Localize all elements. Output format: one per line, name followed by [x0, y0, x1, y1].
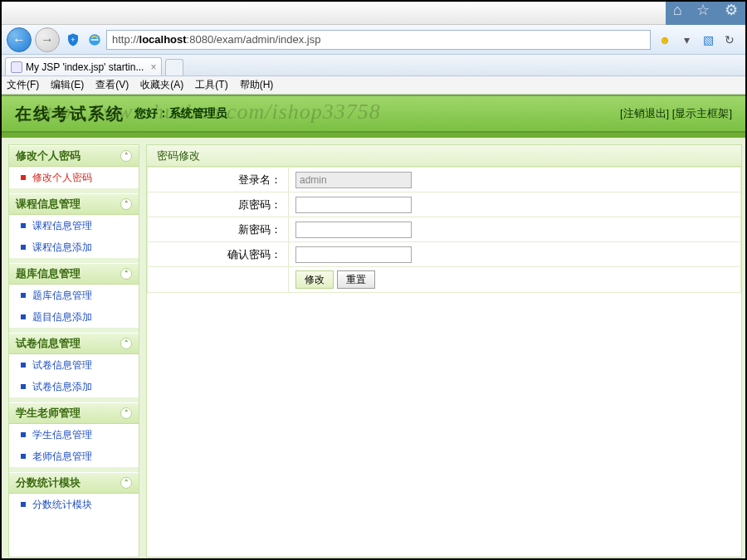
photo-icon[interactable]: ▧: [701, 32, 715, 47]
sidebar-item[interactable]: 学生信息管理: [9, 424, 139, 446]
sidebar-item[interactable]: 课程信息管理: [9, 215, 139, 236]
svg-text:+: +: [71, 36, 75, 44]
new-password-input[interactable]: [295, 222, 412, 238]
menu-help[interactable]: 帮助(H): [240, 78, 274, 92]
main-panel: 密码修改 登录名： 原密码： 新密码： 确认密码：: [146, 144, 742, 558]
collapse-icon[interactable]: ˄: [120, 407, 132, 419]
old-password-label: 原密码：: [148, 192, 289, 217]
tab-close-icon[interactable]: ×: [150, 61, 156, 73]
new-password-label: 新密码：: [148, 217, 289, 242]
sidebar-group-title: 修改个人密码: [16, 149, 81, 163]
browser-tabbar: My JSP 'index.jsp' startin... ×: [2, 55, 745, 76]
collapse-icon[interactable]: ˄: [120, 477, 132, 489]
menu-tools[interactable]: 工具(T): [195, 78, 227, 92]
tab-favicon-icon: [11, 61, 22, 73]
browser-menubar: 文件(F) 编辑(E) 查看(V) 收藏夹(A) 工具(T) 帮助(H): [2, 76, 745, 95]
back-button[interactable]: ←: [7, 27, 32, 52]
greeting: 您好：系统管理员: [134, 106, 227, 121]
security-shield-icon[interactable]: +: [63, 30, 83, 50]
sidebar-item[interactable]: 课程信息添加: [9, 236, 139, 258]
forward-button[interactable]: →: [35, 27, 60, 52]
confirm-password-input[interactable]: [295, 246, 412, 263]
sidebar-item-label: 修改个人密码: [32, 171, 92, 185]
app-root: 在线考试系统 您好：系统管理员 [注销退出] [显示主框架] https://w…: [2, 95, 745, 560]
sidebar-group-header[interactable]: 学生老师管理˄: [9, 402, 139, 424]
greeting-label: 您好：: [134, 106, 169, 119]
ie-logo-icon: [86, 32, 103, 48]
collapse-icon[interactable]: ˄: [120, 338, 132, 349]
login-label: 登录名：: [148, 168, 289, 192]
settings-gear-icon[interactable]: ⚙: [725, 1, 738, 19]
sidebar-group-title: 学生老师管理: [16, 406, 81, 421]
reset-button[interactable]: 重置: [337, 270, 375, 289]
show-mainframe-link[interactable]: [显示主框架]: [672, 107, 732, 119]
sidebar-item-label: 题目信息添加: [32, 310, 92, 324]
greeting-user: 系统管理员: [169, 106, 227, 119]
sidebar-item[interactable]: 试卷信息管理: [9, 354, 139, 376]
browser-far-right-toolbar: ⌂ ☆ ⚙: [666, 0, 745, 25]
sidebar-item-label: 老师信息管理: [32, 450, 92, 464]
sidebar-item-label: 课程信息添加: [32, 241, 92, 255]
sidebar-item-label: 学生信息管理: [32, 428, 92, 442]
sidebar-group-title: 分数统计模块: [16, 475, 81, 490]
sidebar-item-label: 试卷信息添加: [32, 380, 92, 394]
collapse-icon[interactable]: ˄: [120, 268, 132, 280]
sidebar-group-header[interactable]: 题库信息管理˄: [9, 263, 139, 285]
address-bar[interactable]: http://localhost:8080/exam/admin/index.j…: [106, 30, 651, 50]
browser-tab[interactable]: My JSP 'index.jsp' startin... ×: [5, 57, 162, 75]
login-input: [295, 172, 412, 188]
window-titlebar: — ☐ ✕: [2, 2, 745, 25]
app-title: 在线考试系统: [15, 103, 124, 125]
sidebar-group-title: 试卷信息管理: [16, 336, 81, 351]
sidebar-group-header[interactable]: 课程信息管理˄: [9, 193, 139, 215]
sidebar-item-label: 分数统计模块: [32, 498, 92, 512]
collapse-icon[interactable]: ˄: [120, 198, 132, 210]
submit-button[interactable]: 修改: [295, 270, 334, 289]
dropdown-caret-icon[interactable]: ▾: [679, 32, 694, 47]
sidebar-item[interactable]: 题目信息添加: [9, 306, 139, 328]
sidebar-item[interactable]: 试卷信息添加: [9, 376, 139, 397]
navbar-right-icons: ☻ ▾ ▧ ↻: [654, 32, 740, 47]
tab-title: My JSP 'index.jsp' startin...: [26, 61, 144, 73]
url-host: localhost: [139, 33, 187, 46]
sidebar: 修改个人密码˄修改个人密码课程信息管理˄课程信息管理课程信息添加题库信息管理˄题…: [8, 144, 139, 558]
panel-title: 密码修改: [147, 145, 741, 167]
smiley-icon[interactable]: ☻: [657, 32, 672, 47]
sidebar-item-label: 试卷信息管理: [32, 358, 92, 373]
sidebar-item-label: 题库信息管理: [32, 289, 92, 303]
sidebar-item[interactable]: 修改个人密码: [9, 167, 139, 188]
app-banner: 在线考试系统 您好：系统管理员 [注销退出] [显示主框架] https://w…: [2, 95, 745, 133]
sidebar-item[interactable]: 题库信息管理: [9, 285, 139, 306]
menu-file[interactable]: 文件(F): [7, 78, 39, 92]
sidebar-group-header[interactable]: 分数统计模块˄: [9, 472, 139, 494]
collapse-icon[interactable]: ˄: [120, 150, 132, 162]
sidebar-item[interactable]: 老师信息管理: [9, 446, 139, 467]
favorites-star-icon[interactable]: ☆: [696, 1, 710, 19]
menu-fav[interactable]: 收藏夹(A): [140, 78, 183, 92]
workspace: 修改个人密码˄修改个人密码课程信息管理˄课程信息管理课程信息添加题库信息管理˄题…: [2, 133, 745, 560]
menu-view[interactable]: 查看(V): [95, 78, 129, 92]
sidebar-group-header[interactable]: 修改个人密码˄: [9, 145, 139, 167]
confirm-password-label: 确认密码：: [148, 242, 289, 267]
old-password-input[interactable]: [295, 197, 412, 213]
sidebar-group-header[interactable]: 试卷信息管理˄: [9, 333, 139, 354]
url-rest: :8080/exam/admin/index.jsp: [187, 33, 321, 46]
banner-links: [注销退出] [显示主框架]: [620, 106, 732, 121]
logout-link[interactable]: [注销退出]: [620, 107, 669, 119]
sidebar-group-title: 课程信息管理: [16, 197, 81, 212]
password-form: 登录名： 原密码： 新密码： 确认密码：: [147, 167, 741, 293]
sidebar-item-label: 课程信息管理: [32, 219, 92, 233]
menu-edit[interactable]: 编辑(E): [51, 78, 84, 92]
browser-navbar: ← → + http://localhost:8080/exam/admin/i…: [2, 25, 745, 55]
new-tab-button[interactable]: [165, 59, 183, 75]
sidebar-item[interactable]: 分数统计模块: [9, 494, 139, 515]
refresh-icon[interactable]: ↻: [722, 32, 737, 47]
sidebar-group-title: 题库信息管理: [16, 266, 81, 281]
url-prefix: http://: [112, 33, 139, 46]
home-icon[interactable]: ⌂: [673, 2, 682, 19]
